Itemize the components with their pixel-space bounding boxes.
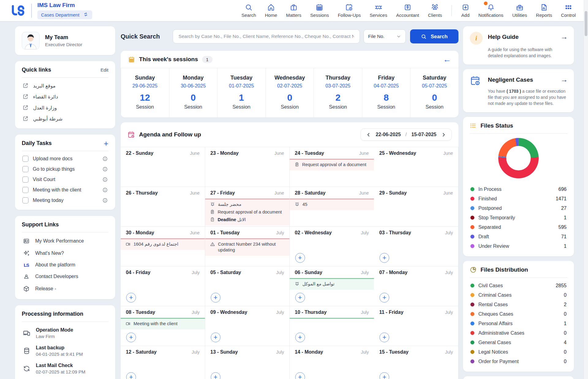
nav-item-matters[interactable]: Matters xyxy=(286,3,301,18)
cell-month-label: June xyxy=(190,230,199,235)
nav-item-clients[interactable]: Clients xyxy=(428,3,442,18)
legend-row: Cheques Cases 0 xyxy=(470,309,567,319)
task-checkbox[interactable] xyxy=(22,197,28,203)
info-icon[interactable] xyxy=(102,198,108,203)
cell-day-label: 08 - Tuesday xyxy=(126,310,155,315)
support-link-whats-new[interactable]: What's New? xyxy=(22,247,108,259)
scrollbar-thumb[interactable] xyxy=(585,11,587,36)
arrow-right-icon[interactable]: → xyxy=(560,32,567,40)
agenda-event[interactable]: 45 xyxy=(293,201,371,208)
calendar-day-cell: 06 - Sunday July xyxy=(290,266,374,306)
task-row: Meeting today xyxy=(22,195,108,206)
back-arrow-button[interactable]: ← xyxy=(443,55,451,63)
department-switcher[interactable]: Cases Department xyxy=(37,10,92,19)
legend-value: 71 xyxy=(561,234,567,240)
cell-day-label: 02 - Wednesday xyxy=(295,230,332,236)
agenda-event[interactable]: Contract Number 234 without updating xyxy=(208,241,286,254)
department-label: Cases Department xyxy=(41,12,79,17)
cell-month-label: July xyxy=(276,270,284,275)
quick-link[interactable]: وزارة العدل xyxy=(22,102,108,113)
agenda-event[interactable]: محضر جلسة xyxy=(208,201,286,208)
support-link-contact[interactable]: Contact Developers xyxy=(22,270,108,283)
agenda-event[interactable]: Request approval of a document xyxy=(208,209,286,216)
agenda-event[interactable]: Meeting with the client xyxy=(124,320,202,327)
ims-logo-icon[interactable] xyxy=(10,5,26,17)
search-button[interactable]: Search xyxy=(410,29,458,43)
legend-dot xyxy=(470,331,474,335)
week-day-column[interactable]: Sunday 29-06-2025 12 Session xyxy=(121,68,169,117)
info-icon[interactable] xyxy=(102,177,108,182)
week-sessions-title: This week's sessions xyxy=(139,56,198,63)
add-event-button[interactable] xyxy=(126,333,136,342)
arrow-right-icon[interactable]: → xyxy=(560,75,567,83)
info-icon[interactable] xyxy=(102,156,108,162)
day-date: 02-07-2025 xyxy=(266,83,314,89)
nav-item-reports[interactable]: Reports xyxy=(536,3,552,18)
week-day-column[interactable]: Tuesday 01-07-2025 1 Session xyxy=(217,68,266,117)
add-event-button[interactable] xyxy=(211,293,221,303)
add-event-button[interactable] xyxy=(379,293,389,303)
add-event-button[interactable] xyxy=(295,372,305,379)
add-event-button[interactable] xyxy=(295,293,305,303)
add-event-button[interactable] xyxy=(295,333,305,342)
search-filter-select[interactable]: File No. xyxy=(364,29,406,43)
files-status-legend: In Process 696 Finished 1471 Postponed 2… xyxy=(470,184,567,251)
info-icon[interactable] xyxy=(102,166,108,172)
help-guide-card[interactable]: i Help Guide → A guide for using the sof… xyxy=(463,26,574,65)
legend-dot xyxy=(470,235,474,239)
nav-item-home[interactable]: Home xyxy=(265,3,277,18)
week-day-column[interactable]: Friday 04-07-2025 8 Session xyxy=(362,68,410,117)
nav-item-utilities[interactable]: Utilities xyxy=(512,3,527,18)
add-event-button[interactable] xyxy=(126,293,136,303)
agenda-event[interactable]: Request approval of a document xyxy=(293,161,371,168)
quick-link[interactable]: موقع البريد xyxy=(22,80,108,91)
nav-item-search[interactable]: Search xyxy=(241,3,256,18)
nav-item-accountant[interactable]: Accountant xyxy=(396,3,419,18)
support-link-release[interactable]: Release - xyxy=(22,283,108,295)
quick-link[interactable]: شرطة أبوظبي xyxy=(22,113,108,124)
day-date: 01-07-2025 xyxy=(217,83,266,89)
add-event-button[interactable] xyxy=(211,372,221,379)
add-event-button[interactable] xyxy=(211,333,221,342)
legend-row: Stop Temporarily 1 xyxy=(470,213,567,222)
add-event-button[interactable] xyxy=(126,372,136,379)
add-event-button[interactable] xyxy=(295,253,305,263)
add-event-button[interactable] xyxy=(379,372,389,379)
task-checkbox[interactable] xyxy=(22,156,28,162)
nav-item-services[interactable]: Services xyxy=(370,3,387,18)
agenda-event[interactable]: Deadline الاتل xyxy=(208,216,286,223)
support-link-about[interactable]: LS About the platform xyxy=(22,259,108,270)
event-text: Request approval of a document xyxy=(218,210,282,214)
week-day-column[interactable]: Monday 30-06-2025 0 Session xyxy=(169,68,217,117)
task-checkbox[interactable] xyxy=(22,176,28,183)
nav-item-sessions[interactable]: Sessions xyxy=(310,3,329,18)
task-checkbox[interactable] xyxy=(22,166,28,172)
quick-search-input[interactable] xyxy=(173,29,360,43)
info-icon[interactable] xyxy=(102,187,108,193)
negligent-cases-card[interactable]: Negligent Cases → You have ( 1703 ) a ca… xyxy=(463,69,574,112)
support-link-performance[interactable]: My Work Performance xyxy=(22,235,108,247)
add-event-button[interactable] xyxy=(379,333,389,342)
week-day-column[interactable]: Saturday 05-07-2025 0 Session xyxy=(410,68,458,117)
agenda-event[interactable]: تواصل مع الموكل xyxy=(293,281,371,288)
week-day-column[interactable]: Wednesday 02-07-2025 0 Session xyxy=(266,68,314,117)
quick-link[interactable]: دائرة القضاء xyxy=(22,91,108,102)
app-title: IMS Law Firm xyxy=(37,2,92,9)
week-day-column[interactable]: Thursday 03-07-2025 2 Session xyxy=(314,68,362,117)
quick-links-edit-button[interactable]: Edit xyxy=(100,67,108,72)
nav-item-followups[interactable]: Follow-Ups xyxy=(338,3,361,18)
add-task-button[interactable]: + xyxy=(104,140,108,147)
nav-item-notifications[interactable]: Notifications xyxy=(478,3,503,18)
next-range-button[interactable] xyxy=(441,132,446,137)
session-label: Session xyxy=(169,104,217,110)
agenda-event[interactable]: اجتماع لدعوى رقم 1604 xyxy=(124,241,202,248)
prev-range-button[interactable] xyxy=(366,132,371,137)
session-count: 12 xyxy=(121,92,169,103)
quick-links-list: موقع البريد دائرة القضاء وزارة ا xyxy=(22,80,108,124)
add-event-button[interactable] xyxy=(379,253,389,263)
task-checkbox[interactable] xyxy=(22,187,28,193)
nav-item-control[interactable]: Control xyxy=(561,3,576,18)
day-accent-line xyxy=(290,318,374,319)
session-label: Session xyxy=(217,104,266,110)
nav-item-add[interactable]: Add xyxy=(461,3,469,18)
